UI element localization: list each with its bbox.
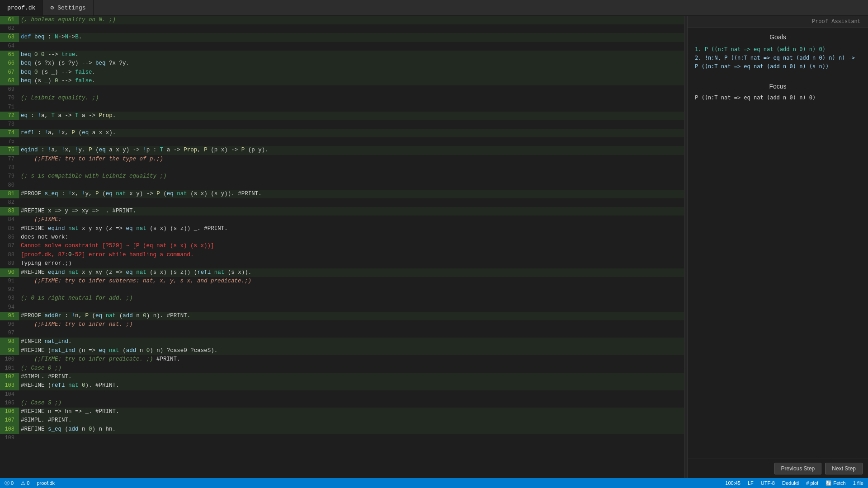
line-80: 80 (0, 181, 684, 190)
line-79: 79(; s is compatible with Leibniz equali… (0, 172, 684, 181)
line-content[interactable]: [proof.dk, 87:0-52] error while handling… (19, 251, 684, 259)
line-number: 81 (0, 190, 19, 198)
line-96: 96 (;FIXME: try to infer nat. ;) (0, 320, 684, 329)
line-number: 94 (0, 303, 19, 312)
line-100: 100 (;FIXME: try to infer predicate. ;) … (0, 355, 684, 364)
error-count: ⓪ 0 (5, 480, 14, 487)
line-content[interactable]: def beq : N->N->B. (19, 33, 684, 42)
line-content[interactable]: beq (s _) 0 --> false. (19, 77, 684, 85)
line-number: 73 (0, 120, 19, 129)
line-number: 65 (0, 51, 19, 59)
line-77: 77 (;FIXME: try to infer the type of p.;… (0, 155, 684, 164)
line-content[interactable]: (;FIXME: try to infer predicate. ;) #PRI… (19, 355, 684, 364)
line-content[interactable]: #SIMPL. #PRINT. (19, 373, 684, 381)
line-content[interactable]: Cannot solve constraint [?529] ~ [P (eq … (19, 242, 684, 250)
goals-section: Goals 1. P ((n:T nat => eq nat (add n 0)… (688, 28, 868, 77)
line-content[interactable] (19, 85, 684, 94)
line-content[interactable]: #REFINE n => hn => _. #PRINT. (19, 408, 684, 416)
line-number: 83 (0, 207, 19, 216)
line-content[interactable] (19, 303, 684, 312)
line-number: 76 (0, 146, 19, 155)
line-content[interactable]: (;FIXME: try to infer the type of p.;) (19, 155, 684, 164)
line-content[interactable] (19, 120, 684, 129)
line-content[interactable]: beq 0 0 --> true. (19, 51, 684, 59)
line-content[interactable]: #REFINE eqind nat x y xy (z => eq nat (s… (19, 268, 684, 277)
line-86: 86does not work: (0, 233, 684, 242)
line-content[interactable]: (;FIXME: try to infer subterms: nat, x, … (19, 277, 684, 286)
line-content[interactable] (19, 164, 684, 172)
line-content[interactable]: #REFINE eqind nat x y xy (z => eq nat (s… (19, 225, 684, 233)
line-content[interactable]: (; Case 0 ;) (19, 364, 684, 373)
line-85: 85#REFINE eqind nat x y xy (z => eq nat … (0, 225, 684, 233)
line-content[interactable]: refl : !a, !x, P (eq a x x). (19, 129, 684, 137)
editor-pane[interactable]: 61(, boolean equality on N. ;)6263def be… (0, 16, 684, 478)
line-content[interactable]: (;FIXME: try to infer nat. ;) (19, 320, 684, 329)
line-number: 70 (0, 94, 19, 103)
line-72: 72eq : !a, T a -> T a -> Prop. (0, 112, 684, 120)
line-content[interactable]: Typing error.;) (19, 259, 684, 268)
line-content[interactable]: beq (s ?x) (s ?y) --> beq ?x ?y. (19, 59, 684, 68)
line-content[interactable] (19, 103, 684, 112)
line-61: 61(, boolean equality on N. ;) (0, 16, 684, 24)
line-content[interactable] (19, 434, 684, 442)
line-content[interactable]: #REFINE x => y => xy => _. #PRINT. (19, 207, 684, 216)
status-bar: ⓪ 0 ⚠ 0 proof.dk 100:45 LF UTF-8 Dedukti… (0, 478, 868, 488)
line-content[interactable]: #INFER nat_ind. (19, 338, 684, 346)
line-content[interactable] (19, 198, 684, 207)
line-content[interactable]: (; 0 is right neutral for add. ;) (19, 294, 684, 303)
line-98: 98#INFER nat_ind. (0, 338, 684, 346)
line-content[interactable]: does not work: (19, 233, 684, 242)
line-number: 108 (0, 425, 19, 434)
line-content[interactable]: (; Leibniz equality. ;) (19, 94, 684, 103)
line-content[interactable]: #REFINE (nat_ind (n => eq nat (add n 0) … (19, 347, 684, 355)
encoding: UTF-8 (761, 480, 775, 486)
line-content[interactable]: eq : !a, T a -> T a -> Prop. (19, 112, 684, 120)
line-87: 87Cannot solve constraint [?529] ~ [P (e… (0, 242, 684, 250)
line-number: 97 (0, 329, 19, 338)
line-84: 84 (;FIXME: (0, 216, 684, 224)
line-content[interactable]: (; Case S ;) (19, 399, 684, 408)
line-68: 68beq (s _) 0 --> false. (0, 77, 684, 85)
line-number: 99 (0, 347, 19, 355)
line-63: 63def beq : N->N->B. (0, 33, 684, 42)
line-content[interactable]: eqind : !a, !x, !y, P (eq a x y) -> !p :… (19, 146, 684, 155)
line-content[interactable] (19, 286, 684, 294)
line-65: 65beq 0 0 --> true. (0, 51, 684, 59)
previous-step-button[interactable]: Previous Step (774, 463, 822, 474)
line-content[interactable]: (, boolean equality on N. ;) (19, 16, 684, 24)
line-number: 78 (0, 164, 19, 172)
tab-proof-dk[interactable]: proof.dk (0, 0, 43, 15)
line-content[interactable]: beq 0 (s _) --> false. (19, 68, 684, 77)
focus-content: P ((n:T nat => eq nat (add n 0) n) 0) (695, 94, 861, 101)
line-number: 107 (0, 416, 19, 425)
line-content[interactable]: #PROOF s_eq : !x, !y, P (eq nat x y) -> … (19, 190, 684, 198)
line-content[interactable]: #SIMPL. #PRINT. (19, 416, 684, 425)
tab-settings[interactable]: ⚙ Settings (43, 0, 93, 15)
line-70: 70(; Leibniz equality. ;) (0, 94, 684, 103)
line-82: 82 (0, 198, 684, 207)
goal-item-2: 2. !n:N, P ((n:T nat => eq nat (add n 0)… (695, 54, 861, 71)
line-105: 105(; Case S ;) (0, 399, 684, 408)
line-content[interactable] (19, 329, 684, 338)
line-content[interactable]: (;FIXME: (19, 216, 684, 224)
file-count: 1 file (853, 480, 863, 486)
warning-count: ⚠ 0 (21, 480, 29, 486)
line-content[interactable]: (; s is compatible with Leibniz equality… (19, 172, 684, 181)
line-content[interactable] (19, 137, 684, 146)
line-content[interactable] (19, 181, 684, 190)
line-content[interactable] (19, 42, 684, 51)
tab-proof-dk-label: proof.dk (7, 5, 35, 11)
line-content[interactable] (19, 390, 684, 399)
line-73: 73 (0, 120, 684, 129)
line-number: 95 (0, 312, 19, 320)
line-content[interactable]: #REFINE (refl nat 0). #PRINT. (19, 381, 684, 390)
line-number: 109 (0, 434, 19, 442)
settings-icon: ⚙ (50, 4, 54, 11)
line-number: 90 (0, 268, 19, 277)
fetch-label[interactable]: 🔄 Fetch (826, 480, 846, 486)
next-step-button[interactable]: Next Step (825, 463, 863, 474)
line-content[interactable]: #REFINE s_eq (add n 0) n hn. (19, 425, 684, 434)
line-67: 67beq 0 (s _) --> false. (0, 68, 684, 77)
line-content[interactable] (19, 24, 684, 33)
line-content[interactable]: #PROOF add0r : !n, P (eq nat (add n 0) n… (19, 312, 684, 320)
